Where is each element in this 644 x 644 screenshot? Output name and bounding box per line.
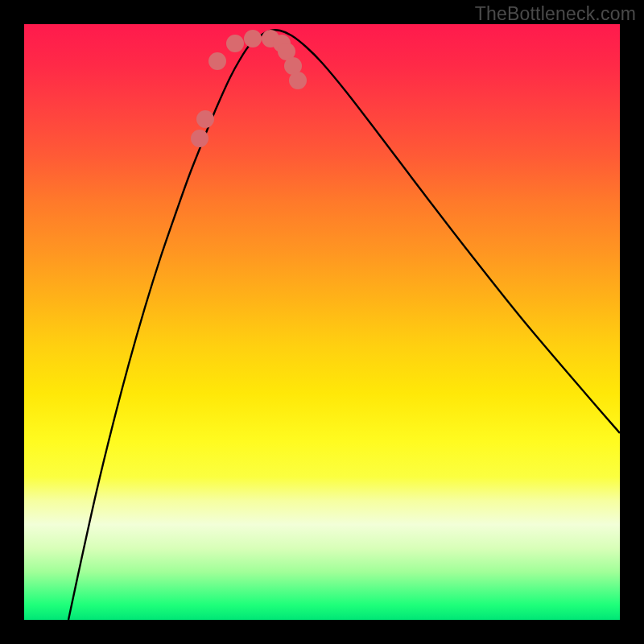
data-marker [226, 35, 244, 52]
watermark-text: TheBottleneck.com [475, 3, 636, 25]
plot-area [24, 24, 620, 620]
data-marker [208, 52, 226, 70]
chart-frame: TheBottleneck.com [0, 0, 644, 644]
curve-layer [24, 24, 620, 620]
data-marker [244, 30, 262, 47]
data-marker [196, 110, 214, 128]
bottleneck-curve [68, 30, 620, 620]
data-marker [191, 130, 208, 147]
data-marker [289, 72, 307, 89]
